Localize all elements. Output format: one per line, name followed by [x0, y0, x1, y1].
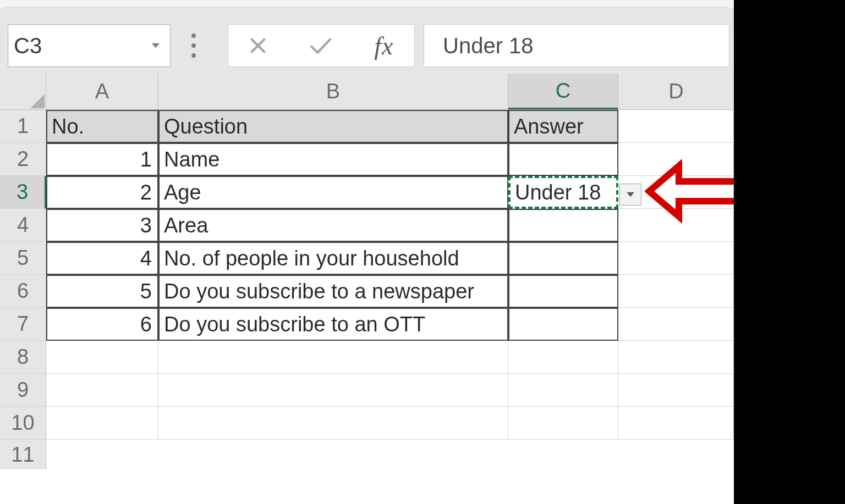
cell-D5[interactable] — [618, 242, 734, 275]
ribbon-strip — [0, 0, 734, 8]
formula-bar-area: C3 fx Under 18 — [0, 8, 734, 74]
row-header-5[interactable]: 5 — [0, 242, 46, 275]
cell-A3[interactable]: 2 — [46, 176, 158, 209]
cell-B6[interactable]: Do you subscribe to a newspaper — [158, 275, 508, 308]
row-header-6[interactable]: 6 — [0, 275, 46, 308]
formula-value: Under 18 — [443, 34, 534, 58]
row-header-8[interactable]: 8 — [0, 341, 46, 374]
svg-marker-2 — [627, 192, 634, 197]
name-box-value: C3 — [14, 34, 42, 58]
cell-B8[interactable] — [158, 341, 508, 374]
close-icon — [249, 36, 267, 55]
cell-C10[interactable] — [508, 407, 618, 440]
drag-grip-icon — [187, 34, 200, 58]
row-header-2[interactable]: 2 — [0, 143, 46, 176]
cell-D4[interactable] — [618, 209, 734, 242]
enter-button[interactable] — [309, 25, 333, 67]
cell-C6[interactable] — [508, 275, 618, 308]
cell-A9[interactable] — [46, 374, 158, 407]
cell-A1[interactable]: No. — [46, 110, 158, 143]
cell-A10[interactable] — [46, 407, 158, 440]
cell-A2[interactable]: 1 — [46, 143, 158, 176]
cell-D9[interactable] — [618, 374, 734, 407]
cell-C3[interactable]: Under 18 — [508, 176, 618, 209]
column-header-B[interactable]: B — [158, 74, 508, 109]
column-headers: A B C D — [0, 74, 734, 110]
row-header-10[interactable]: 10 — [0, 407, 46, 440]
crop-blackband — [734, 0, 845, 504]
check-icon — [309, 36, 333, 55]
cell-C9[interactable] — [508, 374, 618, 407]
cell-A6[interactable]: 5 — [46, 275, 158, 308]
cell-B1[interactable]: Question — [158, 110, 508, 143]
cell-A4[interactable]: 3 — [46, 209, 158, 242]
row-header-7[interactable]: 7 — [0, 308, 46, 341]
row-header-11[interactable]: 11 — [0, 440, 46, 469]
chevron-down-icon — [627, 191, 634, 198]
column-header-A[interactable]: A — [46, 74, 158, 109]
cell-D2[interactable] — [618, 143, 734, 176]
cell-B5[interactable]: No. of people in your household — [158, 242, 508, 275]
select-all-triangle-icon — [30, 94, 45, 108]
cell-C2[interactable] — [508, 143, 618, 176]
cell-B3[interactable]: Age — [158, 176, 508, 209]
formula-bar-buttons: fx — [228, 24, 415, 67]
row-header-4[interactable]: 4 — [0, 209, 46, 242]
select-all-corner[interactable] — [0, 74, 46, 109]
data-validation-dropdown[interactable] — [619, 184, 641, 206]
cell-C8[interactable] — [508, 341, 618, 374]
row-header-1[interactable]: 1 — [0, 110, 46, 143]
svg-marker-0 — [152, 43, 160, 48]
cell-D8[interactable] — [618, 341, 734, 374]
row-header-3[interactable]: 3 — [0, 176, 46, 209]
cell-C7[interactable] — [508, 308, 618, 341]
insert-function-button[interactable]: fx — [374, 25, 393, 67]
svg-marker-1 — [30, 94, 45, 108]
cell-C5[interactable] — [508, 242, 618, 275]
column-header-D[interactable]: D — [618, 74, 734, 109]
cell-A7[interactable]: 6 — [46, 308, 158, 341]
chevron-down-icon — [152, 42, 160, 49]
cell-A8[interactable] — [46, 341, 158, 374]
cancel-button[interactable] — [249, 25, 267, 67]
cell-D7[interactable] — [618, 308, 734, 341]
spreadsheet-grid[interactable]: A B C D 1 2 3 4 5 6 7 8 9 10 11 — [0, 74, 734, 504]
name-box[interactable]: C3 — [8, 24, 171, 67]
fx-icon: fx — [374, 31, 393, 60]
column-header-C[interactable]: C — [508, 74, 618, 109]
cell-B4[interactable]: Area — [158, 209, 508, 242]
formula-bar-handle[interactable] — [187, 23, 200, 68]
cell-B10[interactable] — [158, 407, 508, 440]
cell-D1[interactable] — [618, 110, 734, 143]
cell-C1[interactable]: Answer — [508, 110, 618, 143]
cell-D10[interactable] — [618, 407, 734, 440]
cell-B9[interactable] — [158, 374, 508, 407]
cell-A5[interactable]: 4 — [46, 242, 158, 275]
name-box-dropdown[interactable] — [144, 25, 168, 67]
excel-window: C3 fx Under 18 — [0, 0, 734, 504]
cell-C4[interactable] — [508, 209, 618, 242]
cell-B2[interactable]: Name — [158, 143, 508, 176]
cell-D6[interactable] — [618, 275, 734, 308]
cell-B7[interactable]: Do you subscribe to an OTT — [158, 308, 508, 341]
formula-input[interactable]: Under 18 — [424, 24, 729, 67]
row-header-9[interactable]: 9 — [0, 374, 46, 407]
